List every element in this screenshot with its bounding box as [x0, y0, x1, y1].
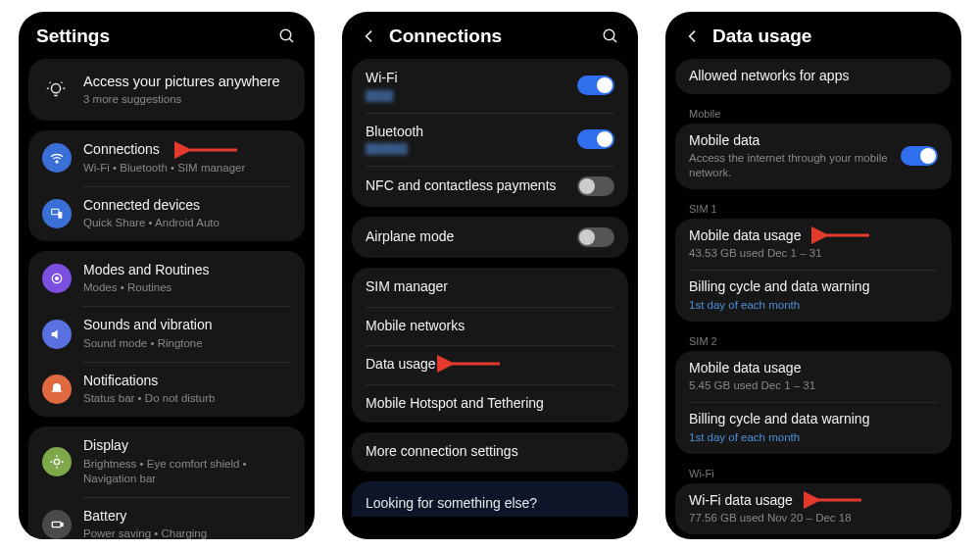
row-data-usage[interactable]: Data usage — [352, 345, 628, 384]
row-connected-devices[interactable]: Connected devices Quick Share • Android … — [28, 186, 305, 241]
toggle-nfc[interactable] — [577, 176, 614, 196]
row-label: Bluetooth — [366, 124, 565, 141]
back-icon[interactable] — [683, 26, 703, 46]
svg-point-13 — [56, 277, 59, 280]
row-nfc[interactable]: NFC and contactless payments — [352, 166, 628, 207]
row-sim-manager[interactable]: SIM manager — [352, 268, 628, 307]
row-hotspot[interactable]: Mobile Hotspot and Tethering — [352, 384, 628, 424]
back-icon[interactable] — [360, 26, 379, 46]
row-sub-blurred: ██████ — [366, 142, 565, 155]
sound-icon — [42, 320, 72, 349]
suggestion-card[interactable]: Access your pictures anywhere 3 more sug… — [28, 59, 305, 121]
toggle-mobile-data[interactable] — [901, 146, 938, 166]
row-label: Billing cycle and data warning — [689, 278, 938, 296]
svg-line-6 — [50, 81, 51, 82]
sim2-card: Mobile data usage 5.45 GB used Dec 1 – 3… — [675, 351, 952, 454]
row-label: Billing cycle and data warning — [689, 411, 938, 428]
settings-group-3: Display Brightness • Eye comfort shield … — [28, 426, 305, 539]
row-modes-routines[interactable]: Modes and Routines Modes • Routines — [28, 251, 305, 306]
footer-hint[interactable]: Looking for something else? — [352, 481, 628, 517]
wifi-icon — [42, 143, 72, 173]
row-bluetooth[interactable]: Bluetooth ██████ — [352, 113, 628, 167]
settings-group-1: Connections Wi-Fi • Bluetooth • SIM mana… — [28, 130, 305, 241]
row-sub: 5.45 GB used Dec 1 – 31 — [689, 378, 938, 393]
row-sub: Modes • Routines — [83, 280, 291, 295]
row-sub: 77.56 GB used Nov 20 – Dec 18 — [689, 511, 938, 526]
row-label: Mobile data usage — [689, 360, 938, 377]
svg-line-22 — [612, 38, 616, 42]
svg-line-7 — [62, 81, 63, 82]
svg-rect-20 — [62, 524, 63, 526]
header: Connections — [352, 22, 628, 59]
row-display[interactable]: Display Brightness • Eye comfort shield … — [28, 426, 305, 496]
row-more-settings[interactable]: More connection settings — [352, 432, 628, 472]
hint-label: Looking for something else? — [366, 495, 537, 511]
row-label: Data usage — [366, 356, 614, 374]
phone-connections: Connections Wi-Fi ████ Bluetooth ██████ … — [342, 12, 638, 539]
row-label: Battery — [83, 508, 291, 526]
toggle-wifi[interactable] — [577, 75, 614, 95]
connections-group-1: Wi-Fi ████ Bluetooth ██████ NFC and cont… — [352, 59, 628, 207]
row-airplane[interactable]: Airplane mode — [352, 217, 628, 258]
toggle-airplane[interactable] — [577, 227, 614, 247]
row-sim1-billing[interactable]: Billing cycle and data warning 1st day o… — [675, 270, 952, 321]
section-header-sim2: SIM 2 — [675, 329, 952, 351]
row-label: Sounds and vibration — [83, 317, 291, 334]
row-sub: Power saving • Charging — [83, 526, 291, 539]
section-header-wifi: Wi-Fi — [675, 462, 952, 483]
row-sounds-vibration[interactable]: Sounds and vibration Sound mode • Ringto… — [28, 306, 305, 361]
row-label: Airplane mode — [366, 228, 565, 246]
svg-rect-19 — [52, 522, 61, 526]
allowed-card: Allowed networks for apps — [675, 59, 952, 94]
row-label: Wi-Fi data usage — [689, 492, 938, 510]
phone-data-usage: Data usage Allowed networks for apps Mob… — [665, 12, 961, 539]
row-notifications[interactable]: Notifications Status bar • Do not distur… — [28, 362, 305, 417]
row-label: Mobile data usage — [689, 227, 938, 245]
phone-settings: Settings Access your pictures anywhere 3… — [19, 12, 315, 539]
header: Settings — [28, 22, 305, 59]
routines-icon — [42, 264, 72, 293]
row-sim2-usage[interactable]: Mobile data usage 5.45 GB used Dec 1 – 3… — [675, 351, 952, 402]
row-sub-blurred: ████ — [366, 89, 565, 102]
row-mobile-networks[interactable]: Mobile networks — [352, 307, 628, 346]
row-sub: 1st day of each month — [689, 430, 938, 445]
mobile-card: Mobile data Access the internet through … — [675, 124, 952, 189]
row-sim1-usage[interactable]: Mobile data usage 43.53 GB used Dec 1 – … — [675, 219, 952, 270]
lightbulb-icon — [42, 76, 70, 104]
row-sub: Access the internet through your mobile … — [689, 151, 889, 180]
connections-group-4: More connection settings — [352, 432, 628, 472]
row-label: SIM manager — [366, 278, 614, 296]
svg-rect-11 — [58, 212, 62, 219]
row-sim2-billing[interactable]: Billing cycle and data warning 1st day o… — [675, 402, 952, 453]
row-label: Mobile networks — [366, 318, 614, 335]
notifications-icon — [42, 375, 72, 404]
search-icon[interactable] — [601, 26, 620, 46]
svg-point-2 — [51, 83, 60, 92]
svg-point-21 — [604, 29, 614, 40]
svg-point-0 — [280, 29, 291, 40]
row-label: Mobile Hotspot and Tethering — [366, 395, 614, 413]
row-label: Wi-Fi — [366, 70, 565, 87]
toggle-bluetooth[interactable] — [577, 129, 614, 149]
row-wifi[interactable]: Wi-Fi ████ — [352, 59, 628, 113]
search-icon[interactable] — [277, 26, 297, 46]
row-wifi-usage[interactable]: Wi-Fi data usage 77.56 GB used Nov 20 – … — [675, 483, 952, 534]
svg-point-8 — [56, 161, 58, 163]
settings-group-2: Modes and Routines Modes • Routines Soun… — [28, 251, 305, 417]
svg-rect-10 — [52, 209, 59, 214]
row-label: Allowed networks for apps — [689, 68, 938, 85]
row-label: Display — [83, 437, 291, 455]
suggestion-sub: 3 more suggestions — [83, 92, 291, 107]
wifi-card: Wi-Fi data usage 77.56 GB used Nov 20 – … — [675, 483, 952, 534]
row-sub: 43.53 GB used Dec 1 – 31 — [689, 246, 938, 261]
svg-line-1 — [289, 38, 293, 42]
connections-group-2: Airplane mode — [352, 217, 628, 258]
row-label: NFC and contactless payments — [366, 177, 565, 195]
header: Data usage — [675, 22, 952, 59]
row-allowed-networks[interactable]: Allowed networks for apps — [675, 59, 952, 94]
row-mobile-data[interactable]: Mobile data Access the internet through … — [675, 124, 952, 189]
row-battery[interactable]: Battery Power saving • Charging — [28, 497, 305, 539]
row-connections[interactable]: Connections Wi-Fi • Bluetooth • SIM mana… — [28, 130, 305, 185]
row-label: Connected devices — [83, 197, 291, 215]
section-header-mobile: Mobile — [675, 102, 952, 124]
